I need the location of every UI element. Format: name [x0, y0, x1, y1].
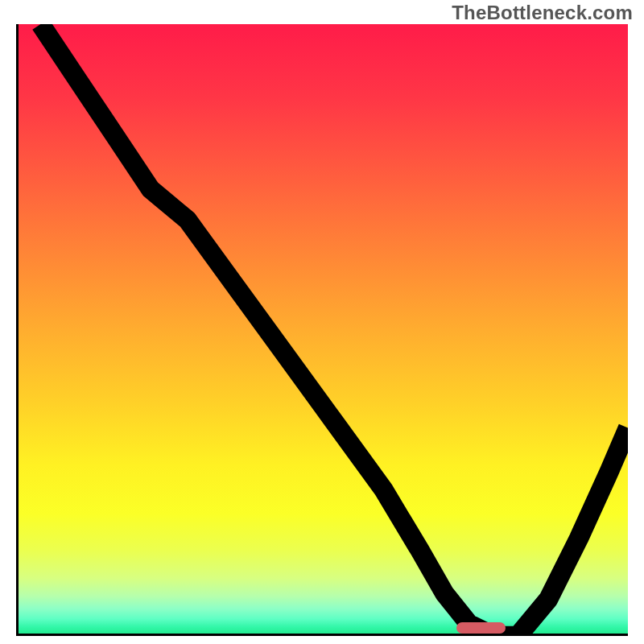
x-axis [16, 634, 628, 636]
bottleneck-chart [16, 24, 628, 636]
bottleneck-curve [16, 24, 628, 636]
y-axis [16, 24, 19, 636]
attribution-label: TheBottleneck.com [452, 2, 633, 24]
optimum-marker [456, 622, 506, 634]
